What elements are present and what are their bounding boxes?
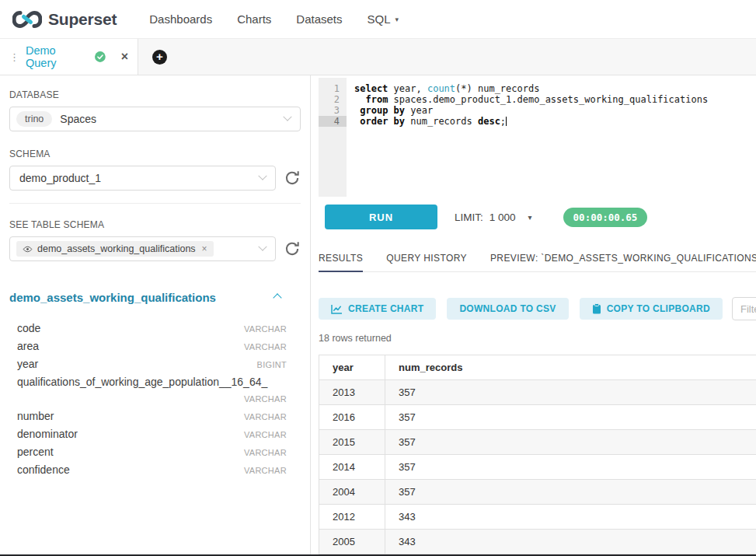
copy-to-clipboard-button[interactable]: COPY TO CLIPBOARD (580, 298, 723, 320)
drag-handle-icon[interactable]: ⋮ (9, 52, 19, 62)
nav-item-sql[interactable]: SQL▾ (368, 12, 399, 26)
nav-item-dashboards[interactable]: Dashboards (149, 12, 212, 26)
table-row: 2012343 (319, 505, 756, 530)
column-row-number: numberVARCHAR (17, 407, 287, 425)
column-row-percent: percentVARCHAR (17, 443, 287, 461)
limit-dropdown[interactable]: LIMIT: 1 000 ▾ (455, 212, 532, 223)
column-name: confidence (17, 461, 70, 478)
caret-down-icon: ▾ (528, 213, 532, 222)
table-row: 2005343 (319, 530, 756, 554)
table-cell: 357 (385, 430, 756, 455)
column-row-qualifications_of_working_age_population__16_64_: qualifications_of_working_age_population… (17, 373, 287, 407)
schema-select[interactable]: demo_product_1 (9, 166, 276, 191)
column-type: VARCHAR (244, 426, 287, 443)
table-cell: 343 (385, 505, 756, 530)
sidebar-divider (9, 203, 301, 204)
superset-logo[interactable]: Superset (12, 9, 117, 30)
results-tab-preview-demo-assets-working-qualifications[interactable]: PREVIEW: `DEMO_ASSETS_WORKING_QUALIFICAT… (490, 253, 756, 271)
table-row: 2013357 (319, 380, 756, 405)
run-button[interactable]: RUN (325, 205, 437, 229)
sqllab-editor-panel: 1234 select year, count(*) num_records f… (311, 75, 756, 556)
editor-code-area[interactable]: select year, count(*) num_records from s… (347, 78, 756, 197)
query-tab-demo-query[interactable]: ⋮ Demo Query × (0, 39, 138, 75)
table-row: 2014357 (319, 455, 756, 480)
query-tab-strip: ⋮ Demo Query × + (0, 39, 756, 75)
column-row-area: areaVARCHAR (17, 337, 287, 355)
table-cell: 357 (385, 405, 756, 430)
column-name: code (17, 320, 40, 337)
nav-item-charts[interactable]: Charts (237, 12, 271, 26)
brand-name: Superset (48, 10, 117, 29)
filter-results-input[interactable] (732, 297, 756, 320)
chevron-down-icon (258, 243, 267, 251)
results-tab-query-history[interactable]: QUERY HISTORY (386, 253, 467, 271)
nav-item-datasets[interactable]: Datasets (296, 12, 342, 26)
table-cell: 357 (385, 455, 756, 480)
table-row: 2015357 (319, 430, 756, 455)
column-header-num_records[interactable]: num_records (385, 355, 756, 380)
column-type: VARCHAR (244, 338, 287, 355)
table-cell: 2013 (319, 380, 385, 405)
sqllab-left-sidebar: DATABASE trino Spaces SCHEMA demo_produc… (0, 75, 311, 556)
table-cell: 357 (385, 380, 756, 405)
chevron-down-icon (258, 172, 267, 180)
column-row-denominator: denominatorVARCHAR (17, 425, 287, 443)
schema-select-value: demo_product_1 (19, 172, 101, 184)
table-cell: 2004 (319, 480, 385, 505)
column-name: area (17, 337, 39, 355)
main-nav: DashboardsChartsDatasetsSQL▾ (137, 12, 411, 26)
superset-infinity-icon (12, 9, 42, 30)
schema-label: SCHEMA (9, 149, 301, 159)
results-tab-bar: RESULTSQUERY HISTORYPREVIEW: `DEMO_ASSET… (319, 253, 756, 272)
eye-icon (23, 244, 33, 254)
code-line-1[interactable]: select year, count(*) num_records (354, 83, 756, 94)
chevron-down-icon (283, 113, 291, 121)
database-select[interactable]: trino Spaces (9, 107, 301, 131)
column-header-year[interactable]: year (319, 355, 385, 380)
see-table-schema-label: SEE TABLE SCHEMA (9, 219, 301, 230)
results-actions-row: CREATE CHARTDOWNLOAD TO CSVCOPY TO CLIPB… (319, 297, 756, 320)
top-navbar: Superset DashboardsChartsDatasetsSQL▾ (0, 0, 756, 39)
collapse-chevron-up-icon[interactable] (273, 293, 281, 302)
results-table: yearnum_records 201335720163572015357201… (319, 355, 756, 556)
results-tab-results[interactable]: RESULTS (319, 253, 363, 272)
download-to-csv-button[interactable]: DOWNLOAD TO CSV (447, 298, 568, 320)
table-columns-list: codeVARCHARareaVARCHARyearBIGINTqualific… (9, 320, 301, 479)
add-tab-button[interactable]: + (152, 50, 167, 65)
editor-line-gutter: 1234 (319, 78, 347, 197)
code-line-4[interactable]: order by num_records desc; (354, 116, 756, 127)
text-cursor (506, 117, 507, 126)
column-name: number (17, 407, 54, 425)
column-row-confidence: confidenceVARCHAR (17, 461, 287, 479)
limit-label: LIMIT: (455, 212, 483, 223)
table-cell: 2012 (319, 505, 385, 530)
column-type: BIGINT (257, 356, 287, 373)
code-line-2[interactable]: from spaces.demo_product_1.demo_assets_w… (354, 94, 756, 105)
results-table-header-row: yearnum_records (319, 355, 756, 380)
table-cell: 2005 (319, 530, 385, 554)
column-type: VARCHAR (244, 462, 287, 479)
rows-returned-text: 18 rows returned (319, 333, 756, 344)
column-name: year (17, 355, 38, 372)
database-engine-badge: trino (16, 111, 52, 127)
code-line-3[interactable]: group by year (354, 105, 756, 116)
table-schema-heading: demo_assets_working_qualifications (9, 291, 216, 304)
table-chip-label: demo_assets_working_qualifications (37, 243, 196, 254)
refresh-schema-icon[interactable] (284, 170, 301, 187)
sql-editor[interactable]: 1234 select year, count(*) num_records f… (319, 78, 756, 197)
table-row: 2004357 (319, 480, 756, 505)
column-name: qualifications_of_working_age_population… (17, 373, 267, 390)
remove-table-icon[interactable]: × (202, 243, 207, 254)
refresh-table-icon[interactable] (284, 240, 301, 257)
table-cell: 343 (385, 530, 756, 554)
clipboard-icon (592, 303, 601, 314)
limit-value: 1 000 (489, 212, 516, 223)
success-check-icon (95, 51, 106, 62)
column-type: VARCHAR (244, 444, 287, 461)
close-tab-icon[interactable]: × (121, 50, 128, 64)
table-chip[interactable]: demo_assets_working_qualifications × (16, 241, 214, 257)
create-chart-button[interactable]: CREATE CHART (319, 298, 436, 320)
table-select[interactable]: demo_assets_working_qualifications × (9, 236, 276, 261)
column-type: VARCHAR (244, 390, 287, 407)
query-tab-label[interactable]: Demo Query (26, 44, 89, 69)
